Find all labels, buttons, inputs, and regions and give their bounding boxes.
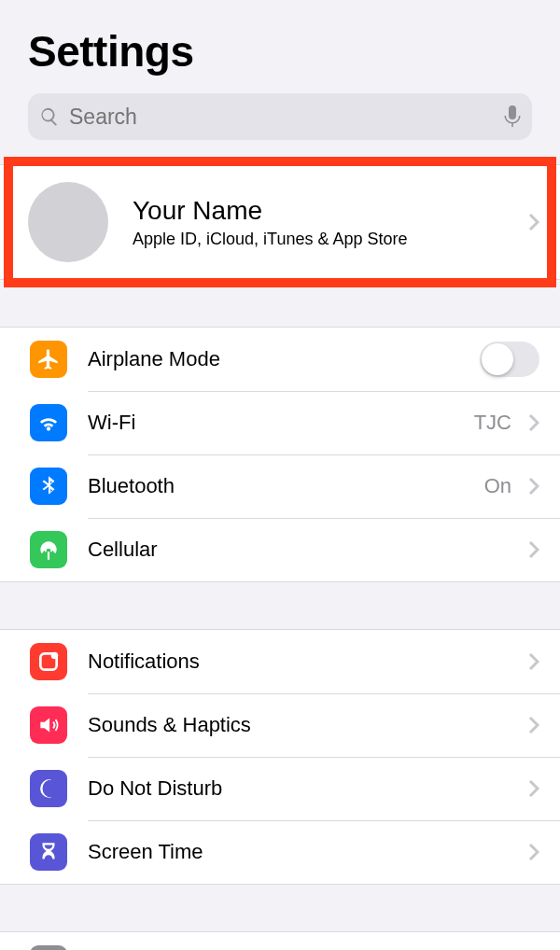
profile-subtitle: Apple ID, iCloud, iTunes & App Store bbox=[133, 230, 521, 249]
row-general[interactable]: General bbox=[0, 932, 560, 950]
row-label: Wi-Fi bbox=[88, 411, 474, 435]
row-sounds-haptics[interactable]: Sounds & Haptics bbox=[0, 693, 560, 757]
search-input[interactable] bbox=[69, 105, 495, 130]
microphone-icon[interactable] bbox=[504, 105, 521, 128]
row-cellular[interactable]: Cellular bbox=[0, 518, 560, 581]
wifi-icon bbox=[30, 404, 67, 441]
row-bluetooth[interactable]: Bluetooth On bbox=[0, 454, 560, 518]
row-screen-time[interactable]: Screen Time bbox=[0, 820, 560, 884]
row-airplane-mode[interactable]: Airplane Mode bbox=[0, 328, 560, 391]
settings-group-network: Airplane Mode Wi-Fi TJC Bluetooth On bbox=[0, 327, 560, 582]
chevron-right-icon bbox=[528, 779, 539, 798]
apple-id-row[interactable]: Your Name Apple ID, iCloud, iTunes & App… bbox=[0, 164, 560, 280]
notifications-icon bbox=[30, 643, 67, 680]
settings-group-sounds: Notifications Sounds & Haptics Do Not Di… bbox=[0, 629, 560, 885]
airplane-icon bbox=[30, 341, 67, 378]
svg-point-1 bbox=[51, 652, 59, 660]
row-label: Do Not Disturb bbox=[88, 776, 521, 801]
profile-name: Your Name bbox=[133, 196, 521, 226]
row-wifi[interactable]: Wi-Fi TJC bbox=[0, 391, 560, 454]
bluetooth-icon bbox=[30, 468, 67, 505]
row-label: Notifications bbox=[88, 650, 521, 674]
chevron-right-icon bbox=[528, 213, 539, 231]
row-label: Cellular bbox=[88, 538, 521, 562]
gear-icon bbox=[30, 945, 67, 950]
chevron-right-icon bbox=[528, 413, 539, 432]
row-label: Airplane Mode bbox=[88, 347, 480, 371]
search-icon bbox=[39, 106, 60, 127]
chevron-right-icon bbox=[528, 843, 539, 861]
chevron-right-icon bbox=[528, 716, 539, 734]
chevron-right-icon bbox=[528, 540, 539, 559]
chevron-right-icon bbox=[528, 652, 539, 671]
sounds-icon bbox=[30, 706, 67, 744]
row-notifications[interactable]: Notifications bbox=[0, 630, 560, 693]
row-detail: TJC bbox=[474, 411, 511, 435]
row-label: Sounds & Haptics bbox=[88, 713, 521, 737]
page-title: Settings bbox=[28, 26, 532, 77]
settings-group-general: General bbox=[0, 931, 560, 950]
row-label: Bluetooth bbox=[88, 474, 484, 498]
row-label: Screen Time bbox=[88, 840, 521, 864]
row-detail: On bbox=[484, 474, 511, 498]
hourglass-icon bbox=[30, 833, 67, 871]
avatar bbox=[28, 182, 108, 262]
chevron-right-icon bbox=[528, 477, 539, 496]
cellular-icon bbox=[30, 531, 67, 568]
moon-icon bbox=[30, 770, 67, 807]
airplane-mode-toggle[interactable] bbox=[480, 342, 539, 377]
search-bar[interactable] bbox=[28, 93, 532, 140]
row-do-not-disturb[interactable]: Do Not Disturb bbox=[0, 757, 560, 820]
